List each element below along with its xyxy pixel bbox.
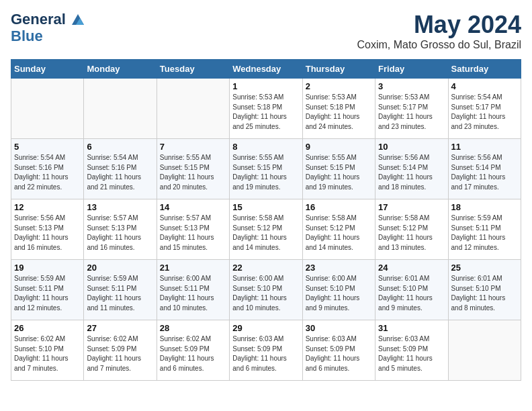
calendar-day-cell: 12Sunrise: 5:56 AMSunset: 5:13 PMDayligh… [11,199,84,260]
calendar-week-row: 12Sunrise: 5:56 AMSunset: 5:13 PMDayligh… [11,199,521,260]
day-number: 19 [14,263,81,273]
day-info: Sunrise: 6:02 AMSunset: 5:09 PMDaylight:… [160,334,226,373]
logo-blue: Blue [11,28,85,44]
day-number: 14 [160,202,226,212]
day-number: 26 [14,323,81,333]
day-number: 12 [14,202,81,212]
calendar-day-cell: 18Sunrise: 5:59 AMSunset: 5:11 PMDayligh… [448,199,521,260]
day-number: 23 [306,263,372,273]
day-info: Sunrise: 5:54 AMSunset: 5:16 PMDaylight:… [14,153,81,192]
weekday-header: Wednesday [230,60,302,79]
calendar-day-cell: 23Sunrise: 6:00 AMSunset: 5:10 PMDayligh… [302,260,375,320]
day-number: 3 [378,81,445,91]
calendar-day-cell: 21Sunrise: 6:00 AMSunset: 5:11 PMDayligh… [157,260,229,320]
weekday-header: Saturday [448,60,521,79]
day-number: 25 [451,263,518,273]
day-number: 11 [451,142,518,152]
calendar-day-cell: 7Sunrise: 5:55 AMSunset: 5:15 PMDaylight… [157,139,229,199]
calendar-day-cell: 24Sunrise: 6:01 AMSunset: 5:10 PMDayligh… [375,260,448,320]
weekday-header: Monday [84,60,157,79]
day-info: Sunrise: 5:53 AMSunset: 5:18 PMDaylight:… [232,93,299,132]
day-info: Sunrise: 6:00 AMSunset: 5:10 PMDaylight:… [232,274,299,313]
day-info: Sunrise: 5:54 AMSunset: 5:16 PMDaylight:… [87,153,153,192]
calendar-day-cell: 31Sunrise: 6:03 AMSunset: 5:09 PMDayligh… [375,320,448,381]
calendar-day-cell [157,79,229,139]
calendar-day-cell: 1Sunrise: 5:53 AMSunset: 5:18 PMDaylight… [230,79,302,139]
day-info: Sunrise: 6:03 AMSunset: 5:09 PMDaylight:… [378,334,445,373]
weekday-header: Friday [375,60,448,79]
day-info: Sunrise: 6:01 AMSunset: 5:10 PMDaylight:… [378,274,445,313]
calendar-table: SundayMondayTuesdayWednesdayThursdayFrid… [11,59,521,381]
calendar-day-cell: 19Sunrise: 5:59 AMSunset: 5:11 PMDayligh… [11,260,84,320]
day-info: Sunrise: 5:57 AMSunset: 5:13 PMDaylight:… [160,214,226,253]
calendar-day-cell [11,79,84,139]
calendar-day-cell: 26Sunrise: 6:02 AMSunset: 5:10 PMDayligh… [11,320,84,381]
day-number: 9 [306,142,372,152]
location: Coxim, Mato Grosso do Sul, Brazil [357,39,521,51]
day-info: Sunrise: 5:58 AMSunset: 5:12 PMDaylight:… [378,214,445,253]
day-number: 27 [87,323,153,333]
day-info: Sunrise: 5:57 AMSunset: 5:13 PMDaylight:… [87,214,153,253]
calendar-day-cell: 8Sunrise: 5:55 AMSunset: 5:15 PMDaylight… [230,139,302,199]
month-title: May 2024 [357,11,521,39]
calendar-day-cell: 2Sunrise: 5:53 AMSunset: 5:18 PMDaylight… [302,79,375,139]
day-info: Sunrise: 6:00 AMSunset: 5:10 PMDaylight:… [306,274,372,313]
calendar-day-cell: 17Sunrise: 5:58 AMSunset: 5:12 PMDayligh… [375,199,448,260]
calendar-day-cell [84,79,157,139]
day-number: 15 [232,202,299,212]
day-info: Sunrise: 5:55 AMSunset: 5:15 PMDaylight:… [232,153,299,192]
calendar-week-row: 5Sunrise: 5:54 AMSunset: 5:16 PMDaylight… [11,139,521,199]
calendar-day-cell: 9Sunrise: 5:55 AMSunset: 5:15 PMDaylight… [302,139,375,199]
day-info: Sunrise: 5:59 AMSunset: 5:11 PMDaylight:… [87,274,153,313]
day-number: 13 [87,202,153,212]
day-info: Sunrise: 5:59 AMSunset: 5:11 PMDaylight:… [451,214,518,253]
calendar-day-cell: 14Sunrise: 5:57 AMSunset: 5:13 PMDayligh… [157,199,229,260]
day-number: 5 [14,142,81,152]
day-number: 30 [306,323,372,333]
day-number: 24 [378,263,445,273]
day-info: Sunrise: 5:55 AMSunset: 5:15 PMDaylight:… [306,153,372,192]
day-info: Sunrise: 6:02 AMSunset: 5:09 PMDaylight:… [87,334,153,373]
day-info: Sunrise: 5:58 AMSunset: 5:12 PMDaylight:… [306,214,372,253]
day-info: Sunrise: 5:53 AMSunset: 5:18 PMDaylight:… [306,93,372,132]
day-number: 4 [451,81,518,91]
calendar-day-cell: 27Sunrise: 6:02 AMSunset: 5:09 PMDayligh… [84,320,157,381]
day-number: 21 [160,263,226,273]
calendar-day-cell [448,320,521,381]
calendar-day-cell: 25Sunrise: 6:01 AMSunset: 5:10 PMDayligh… [448,260,521,320]
calendar-day-cell: 13Sunrise: 5:57 AMSunset: 5:13 PMDayligh… [84,199,157,260]
day-info: Sunrise: 6:03 AMSunset: 5:09 PMDaylight:… [306,334,372,373]
day-info: Sunrise: 5:56 AMSunset: 5:14 PMDaylight:… [378,153,445,192]
day-info: Sunrise: 5:53 AMSunset: 5:17 PMDaylight:… [378,93,445,132]
weekday-header: Tuesday [157,60,229,79]
day-number: 6 [87,142,153,152]
day-number: 8 [232,142,299,152]
calendar-day-cell: 20Sunrise: 5:59 AMSunset: 5:11 PMDayligh… [84,260,157,320]
day-info: Sunrise: 6:03 AMSunset: 5:09 PMDaylight:… [232,334,299,373]
calendar-day-cell: 29Sunrise: 6:03 AMSunset: 5:09 PMDayligh… [230,320,302,381]
calendar-day-cell: 10Sunrise: 5:56 AMSunset: 5:14 PMDayligh… [375,139,448,199]
day-info: Sunrise: 5:58 AMSunset: 5:12 PMDaylight:… [232,214,299,253]
day-info: Sunrise: 5:59 AMSunset: 5:11 PMDaylight:… [14,274,81,313]
day-info: Sunrise: 5:55 AMSunset: 5:15 PMDaylight:… [160,153,226,192]
day-number: 10 [378,142,445,152]
day-number: 31 [378,323,445,333]
calendar-day-cell: 4Sunrise: 5:54 AMSunset: 5:17 PMDaylight… [448,79,521,139]
calendar-day-cell: 30Sunrise: 6:03 AMSunset: 5:09 PMDayligh… [302,320,375,381]
calendar-day-cell: 3Sunrise: 5:53 AMSunset: 5:17 PMDaylight… [375,79,448,139]
day-number: 17 [378,202,445,212]
day-info: Sunrise: 5:56 AMSunset: 5:13 PMDaylight:… [14,214,81,253]
calendar-header-row: SundayMondayTuesdayWednesdayThursdayFrid… [11,60,521,79]
day-number: 28 [160,323,226,333]
calendar-day-cell: 5Sunrise: 5:54 AMSunset: 5:16 PMDaylight… [11,139,84,199]
day-info: Sunrise: 5:56 AMSunset: 5:14 PMDaylight:… [451,153,518,192]
day-number: 20 [87,263,153,273]
calendar-week-row: 26Sunrise: 6:02 AMSunset: 5:10 PMDayligh… [11,320,521,381]
calendar-day-cell: 6Sunrise: 5:54 AMSunset: 5:16 PMDaylight… [84,139,157,199]
day-info: Sunrise: 6:00 AMSunset: 5:11 PMDaylight:… [160,274,226,313]
weekday-header: Thursday [302,60,375,79]
day-number: 18 [451,202,518,212]
calendar-week-row: 1Sunrise: 5:53 AMSunset: 5:18 PMDaylight… [11,79,521,139]
weekday-header: Sunday [11,60,84,79]
day-info: Sunrise: 6:01 AMSunset: 5:10 PMDaylight:… [451,274,518,313]
